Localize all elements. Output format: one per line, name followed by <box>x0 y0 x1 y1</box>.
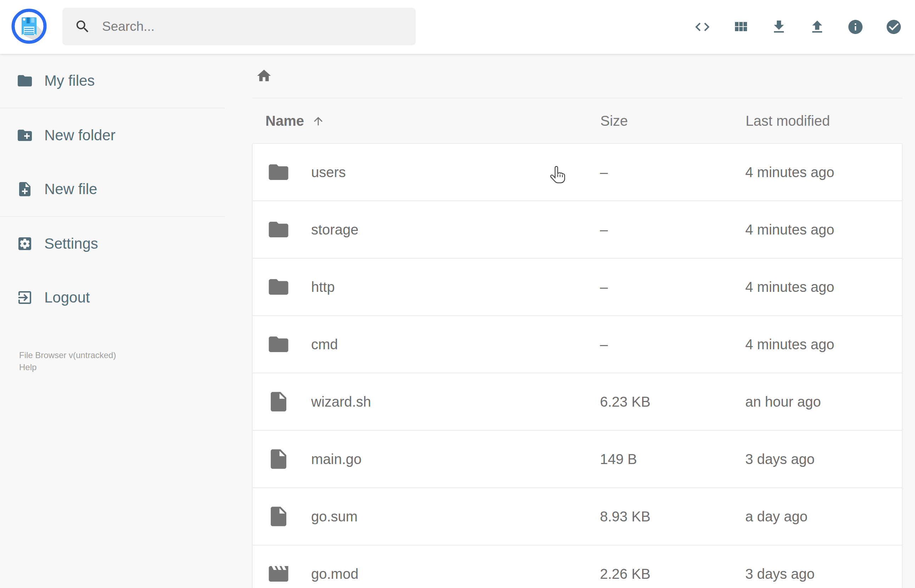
folder-icon <box>267 275 290 299</box>
file-modified: 4 minutes ago <box>745 164 834 180</box>
file-row-wizard.sh[interactable]: wizard.sh6.23 KBan hour ago <box>253 373 902 431</box>
sort-ascending-icon[interactable] <box>312 115 325 128</box>
search-icon <box>74 18 91 35</box>
column-header-modified[interactable]: Last modified <box>745 113 830 129</box>
sidebar-item-logout[interactable]: Logout <box>0 271 225 325</box>
sidebar-footer: File Browser v(untracked) Help <box>0 349 225 373</box>
file-modified: 4 minutes ago <box>745 336 834 352</box>
sidebar-item-settings[interactable]: Settings <box>0 217 225 271</box>
top-bar <box>0 0 915 54</box>
file-icon <box>267 505 290 528</box>
file-name: storage <box>311 222 358 237</box>
app-version: File Browser v(untracked) <box>19 349 225 361</box>
list-header: Name Size Last modified <box>252 99 902 144</box>
file-size: 149 B <box>600 451 637 467</box>
folder-icon <box>16 72 33 89</box>
file-size: – <box>600 279 608 295</box>
file-modified: an hour ago <box>745 394 821 409</box>
upload-icon[interactable] <box>809 18 826 36</box>
toolbar-actions <box>694 0 902 54</box>
sidebar-item-label: My files <box>44 72 95 89</box>
search-input[interactable] <box>101 19 386 34</box>
file-size: 6.23 KB <box>600 394 650 409</box>
file-size: – <box>600 164 608 180</box>
info-icon[interactable] <box>847 18 864 36</box>
file-row-go.mod[interactable]: go.mod2.26 KB3 days ago <box>253 546 902 588</box>
sidebar-item-new-file[interactable]: New file <box>0 162 225 216</box>
column-header-size[interactable]: Size <box>600 113 628 129</box>
file-size: 8.93 KB <box>600 509 650 524</box>
breadcrumb <box>252 54 902 99</box>
file-name: http <box>311 279 335 295</box>
file-name: wizard.sh <box>311 394 371 410</box>
search-box[interactable] <box>62 8 416 45</box>
file-modified: 3 days ago <box>745 451 815 467</box>
file-icon <box>267 447 290 471</box>
sidebar-item-label: New folder <box>44 127 116 144</box>
file-list: users–4 minutes agostorage–4 minutes ago… <box>252 144 902 588</box>
main-content: Name Size Last modified users–4 minutes … <box>225 54 915 588</box>
folder-row-cmd[interactable]: cmd–4 minutes ago <box>253 316 902 373</box>
file-row-main.go[interactable]: main.go149 B3 days ago <box>253 431 902 488</box>
download-icon[interactable] <box>770 18 787 36</box>
code-icon[interactable] <box>694 18 711 36</box>
column-header-name[interactable]: Name <box>265 113 304 129</box>
file-modified: 4 minutes ago <box>745 222 834 237</box>
file-modified: 3 days ago <box>745 566 815 582</box>
file-modified: a day ago <box>745 509 808 524</box>
movie-icon <box>267 562 290 586</box>
sidebar-item-label: Logout <box>44 289 90 306</box>
sidebar-item-label: Settings <box>44 235 98 252</box>
folder-row-http[interactable]: http–4 minutes ago <box>253 258 902 316</box>
file-row-go.sum[interactable]: go.sum8.93 KBa day ago <box>253 488 902 546</box>
sidebar: My files New folder New file Settings Lo… <box>0 54 225 588</box>
help-link[interactable]: Help <box>19 361 225 373</box>
grid-view-icon[interactable] <box>732 18 749 36</box>
file-size: – <box>600 336 608 352</box>
check-circle-icon[interactable] <box>885 18 902 36</box>
create-new-folder-icon <box>16 127 33 144</box>
folder-icon <box>267 218 290 241</box>
file-name: go.sum <box>311 509 357 525</box>
folder-row-storage[interactable]: storage–4 minutes ago <box>253 201 902 258</box>
home-icon[interactable] <box>256 68 272 84</box>
file-icon <box>267 390 290 414</box>
folder-icon <box>267 333 290 356</box>
file-name: go.mod <box>311 566 358 582</box>
note-add-icon <box>16 181 33 198</box>
file-size: – <box>600 222 608 237</box>
logout-icon <box>16 289 33 306</box>
file-name: cmd <box>311 336 338 352</box>
sidebar-item-label: New file <box>44 181 97 198</box>
settings-icon <box>16 235 33 252</box>
folder-row-users[interactable]: users–4 minutes ago <box>253 144 902 201</box>
file-size: 2.26 KB <box>600 566 650 582</box>
folder-icon <box>267 160 290 184</box>
file-modified: 4 minutes ago <box>745 279 834 295</box>
file-browser-logo[interactable] <box>11 8 47 45</box>
file-name: main.go <box>311 451 362 467</box>
sidebar-item-my-files[interactable]: My files <box>0 54 225 108</box>
file-name: users <box>311 164 346 180</box>
sidebar-item-new-folder[interactable]: New folder <box>0 108 225 162</box>
